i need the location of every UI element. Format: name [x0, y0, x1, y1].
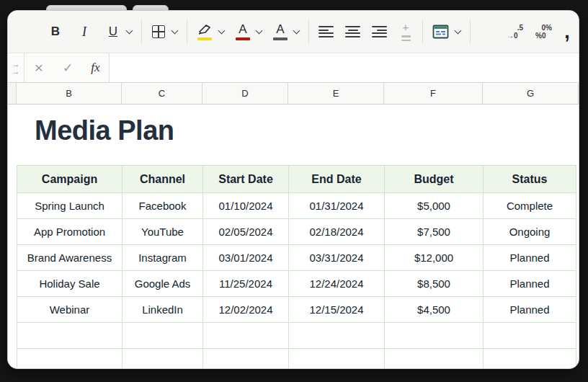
channel-cell[interactable]: LinkedIn	[122, 297, 203, 323]
status-cell[interactable]: Complete	[484, 193, 576, 219]
end-date-cell[interactable]: 12/24/2024	[289, 271, 385, 297]
underline-button[interactable]: U	[106, 25, 120, 39]
status-cell[interactable]: Planned	[484, 297, 576, 323]
cell-style-dropdown-chevron-icon[interactable]	[455, 27, 462, 34]
font-color-dropdown-chevron-icon[interactable]	[256, 27, 263, 34]
empty-cell[interactable]	[385, 349, 484, 369]
channel-cell[interactable]: Google Ads	[122, 271, 203, 297]
decimal-icon: .5	[517, 24, 523, 32]
start-date-cell[interactable]: 03/01/2024	[203, 245, 289, 271]
status-cell[interactable]: Planned	[484, 245, 576, 271]
text-color-dropdown-chevron-icon[interactable]	[293, 27, 300, 34]
column-header-b[interactable]: B	[17, 83, 122, 104]
comma-style-button[interactable]: ,	[560, 25, 574, 39]
font-color-button[interactable]: A	[236, 23, 250, 40]
text-color-button[interactable]: A	[273, 23, 288, 40]
align-left-button[interactable]	[318, 26, 334, 37]
italic-button[interactable]: I	[77, 25, 92, 40]
empty-cell[interactable]	[289, 349, 385, 369]
header-cell-status[interactable]: Status	[484, 166, 576, 193]
row-corner-cell[interactable]	[8, 83, 17, 104]
accept-button[interactable]: ✓	[53, 53, 82, 82]
bold-button[interactable]: B	[48, 25, 63, 39]
underline-dropdown-chevron-icon[interactable]	[126, 27, 133, 34]
formula-bar: → → × ✓ fx	[8, 53, 579, 83]
expand-arrow-icon: →	[12, 68, 20, 75]
column-header-c[interactable]: C	[122, 83, 202, 104]
end-date-cell[interactable]: 02/18/2024	[289, 219, 385, 245]
status-cell[interactable]: Planned	[484, 271, 576, 297]
start-date-cell[interactable]: 01/10/2024	[203, 193, 289, 219]
indent-button[interactable]: +	[398, 22, 413, 40]
empty-row	[17, 323, 576, 349]
campaign-cell[interactable]: Spring Launch	[17, 193, 122, 219]
budget-cell[interactable]: $5,000	[385, 193, 484, 219]
budget-cell[interactable]: $12,000	[385, 245, 484, 271]
status-cell[interactable]: Ongoing	[484, 219, 576, 245]
empty-cell[interactable]	[17, 323, 122, 349]
sheet-title[interactable]: Media Plan	[35, 115, 579, 146]
empty-cell[interactable]	[484, 323, 576, 349]
empty-cell[interactable]	[289, 323, 385, 349]
end-date-cell[interactable]: 12/15/2024	[289, 297, 385, 323]
toolbar-divider	[141, 19, 142, 44]
header-cell-channel[interactable]: Channel	[122, 166, 203, 193]
font-color-bar	[236, 37, 250, 40]
align-center-button[interactable]	[345, 26, 360, 37]
sidebar-expand-button[interactable]: → →	[8, 53, 24, 82]
column-header-e[interactable]: E	[288, 83, 384, 104]
empty-row	[17, 349, 576, 369]
campaign-cell[interactable]: Holiday Sale	[17, 271, 122, 297]
header-cell-start-date[interactable]: Start Date	[203, 166, 289, 193]
empty-cell[interactable]	[17, 349, 122, 369]
align-left-icon	[318, 26, 334, 37]
start-date-cell[interactable]: 02/05/2024	[203, 219, 289, 245]
campaign-cell[interactable]: Brand Awareness	[17, 245, 122, 271]
empty-cell[interactable]	[385, 323, 484, 349]
borders-button[interactable]	[151, 25, 166, 38]
function-button[interactable]: fx	[82, 53, 110, 82]
highlight-dropdown-chevron-icon[interactable]	[218, 27, 226, 34]
indent-lines-icon	[401, 35, 411, 40]
underline-label: U	[109, 25, 117, 39]
end-date-cell[interactable]: 03/31/2024	[289, 245, 385, 271]
empty-cell[interactable]	[203, 323, 289, 349]
start-date-cell[interactable]: 12/02/2024	[203, 297, 289, 323]
budget-cell[interactable]: $4,500	[385, 297, 484, 323]
borders-dropdown-chevron-icon[interactable]	[172, 27, 179, 34]
channel-cell[interactable]: YouTube	[122, 219, 203, 245]
borders-grid-icon	[152, 25, 165, 38]
empty-cell[interactable]	[203, 349, 289, 369]
campaign-cell[interactable]: App Promotion	[17, 219, 122, 245]
end-date-cell[interactable]: 01/31/2024	[289, 193, 385, 219]
header-cell-campaign[interactable]: Campaign	[17, 166, 122, 193]
formula-input[interactable]	[110, 53, 579, 82]
italic-label: I	[82, 25, 86, 40]
empty-cell[interactable]	[122, 349, 203, 369]
table-chart-icon	[432, 25, 449, 39]
column-header-g[interactable]: G	[483, 83, 579, 104]
column-header-d[interactable]: D	[202, 83, 288, 104]
decrease-decimal-button[interactable]: .5 →0	[507, 24, 524, 40]
channel-cell[interactable]: Instagram	[122, 245, 203, 271]
align-right-button[interactable]	[372, 26, 387, 37]
budget-cell[interactable]: $7,500	[385, 219, 484, 245]
empty-cell[interactable]	[122, 323, 203, 349]
column-header-f[interactable]: F	[384, 83, 483, 104]
bold-label: B	[51, 25, 60, 39]
percent-style-button[interactable]: 0% %0	[535, 24, 553, 40]
campaign-cell[interactable]: Webinar	[17, 297, 122, 323]
highlight-color-button[interactable]	[197, 23, 213, 40]
cancel-button[interactable]: ×	[24, 53, 53, 82]
header-cell-budget[interactable]: Budget	[385, 166, 484, 193]
sheet-area: Media Plan Campaign Channel Start Date E…	[8, 105, 579, 368]
start-date-cell[interactable]: 11/25/2024	[203, 271, 289, 297]
empty-cell[interactable]	[484, 349, 576, 369]
text-color-bar	[273, 37, 288, 40]
budget-cell[interactable]: $8,500	[385, 271, 484, 297]
close-icon: ×	[35, 59, 43, 76]
cell-style-button[interactable]	[432, 25, 449, 39]
channel-cell[interactable]: Facebook	[122, 193, 203, 219]
table-row: Webinar LinkedIn 12/02/2024 12/15/2024 $…	[17, 297, 576, 323]
header-cell-end-date[interactable]: End Date	[289, 166, 385, 193]
